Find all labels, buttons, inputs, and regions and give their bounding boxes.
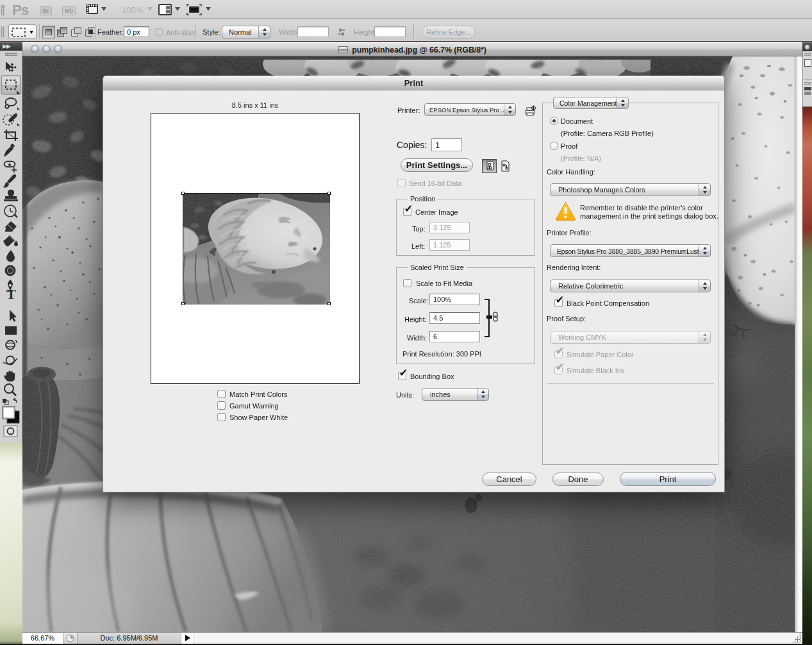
svg-text:T: T (6, 286, 16, 302)
